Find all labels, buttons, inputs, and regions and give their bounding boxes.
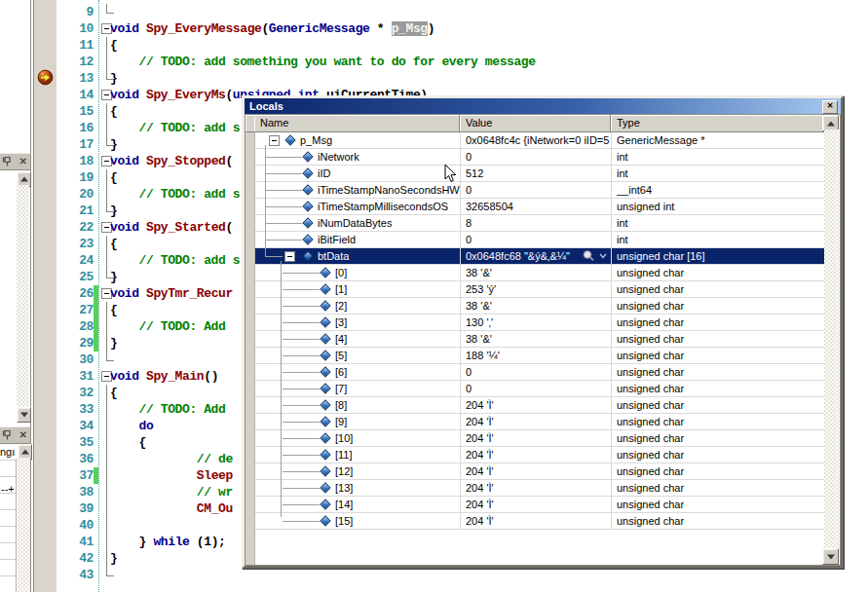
line-number: 25 [57,269,94,285]
column-header-type[interactable]: Type [611,115,824,132]
tool-panel-top-titlebar[interactable]: ✕ [0,153,30,170]
code-line-10[interactable]: 10void Spy_EveryMessage(GenericMessage *… [0,20,868,37]
fold-end-line [106,567,114,576]
panel-scrollbar-track[interactable] [18,458,30,592]
code-segment-kw: GenericMessage [269,21,370,36]
locals-row-15[interactable]: [15]204 'Ì'unsigned char [254,513,824,530]
locals-scrollbar-down-button[interactable] [822,548,839,565]
locals-row-iTimeStampNanoSecondsHW[interactable]: iTimeStampNanoSecondsHW0__int64 [254,182,824,199]
variable-icon [320,515,330,526]
locals-window[interactable]: Locals ✕ Name Value Type p_Msg0x0648fc4c… [242,95,844,569]
close-icon[interactable]: ✕ [19,428,27,441]
variable-type: unsigned char [617,430,824,446]
fold-line [106,484,107,500]
column-header-name[interactable]: Name [254,115,460,132]
code-line-12[interactable]: 12 // TODO: add something you want to do… [0,54,868,70]
locals-row-p_Msg[interactable]: p_Msg0x0648fc4c {iNetwork=0 iID=5Generic… [254,132,824,149]
locals-row-11[interactable]: [11]204 'Ì'unsigned char [254,447,824,463]
line-number: 40 [57,517,94,534]
fold-line [106,401,107,418]
variable-value: 0 [466,149,610,165]
locals-row-2[interactable]: [2]38 '&'unsigned char [254,298,824,314]
code-text: void Spy_Stopped( [110,153,233,169]
variable-name: [2] [335,298,460,314]
locals-row-14[interactable]: [14]204 'Ì'unsigned char [254,497,824,513]
current-statement-breakpoint-icon[interactable] [37,69,54,86]
fold-line [106,103,107,120]
locals-row-btData[interactable]: btData0x0648fc68 "&ý&‚&¼"unsigned char [… [254,248,824,265]
line-number: 37 [57,467,94,484]
locals-row-iBitField[interactable]: iBitField0int [254,232,824,248]
code-segment-pl: * [369,21,391,36]
column-header-value[interactable]: Value [460,115,611,132]
tree-line [265,240,302,240]
variable-name: [10] [335,430,460,446]
line-number: 27 [57,302,94,318]
panel-scrollbar-down-button[interactable] [17,407,31,423]
column-separator[interactable] [611,132,612,530]
locals-grid[interactable]: p_Msg0x0648fc4c {iNetwork=0 iID=5Generic… [245,132,824,565]
variable-type: int [617,232,824,247]
locals-row-10[interactable]: [10]204 'Ì'unsigned char [254,430,824,447]
code-segment-pl: { [110,38,117,53]
tree-line [283,322,320,323]
code-text: void Spy_Started( [110,219,233,236]
variable-type: unsigned char [617,281,824,297]
locals-row-0[interactable]: [0]38 '&'unsigned char [254,265,824,281]
locals-row-iNumDataBytes[interactable]: iNumDataBytes8int [254,215,824,232]
tree-line [283,471,320,472]
line-number: 11 [57,37,94,54]
locals-row-13[interactable]: [13]204 'Ì'unsigned char [254,480,824,497]
code-segment-pl: } [110,551,117,566]
code-segment-pl: { [110,170,117,185]
code-segment-kw: void [110,286,146,301]
tool-panel-bottom-titlebar[interactable]: ✕ [0,426,30,444]
locals-row-12[interactable]: [12]204 'Ì'unsigned char [254,463,824,480]
variable-name: [4] [335,331,460,347]
chevron-down-icon[interactable] [598,249,608,263]
variable-type: unsigned char [617,348,824,363]
variable-name: iTimeStampNanoSecondsHW [318,182,460,198]
tree-line [283,488,320,489]
locals-scrollbar-track[interactable] [824,130,839,550]
code-segment-fn: SpyTmr_Recur [146,286,233,301]
locals-row-6[interactable]: [6]0unsigned char [254,364,824,381]
locals-row-iID[interactable]: iID512int [254,166,824,182]
value-tools[interactable] [582,249,613,263]
arrow-up-icon [827,121,835,126]
locals-close-button[interactable]: ✕ [822,100,838,114]
pin-icon[interactable] [2,428,15,441]
code-line-11[interactable]: 11{ [0,37,868,54]
code-line-9[interactable]: 9 [0,4,868,20]
variable-value: 0 [466,232,610,247]
code-text: void Spy_Main() [110,368,218,385]
panel-scrollbar-track[interactable] [17,185,29,407]
variable-type: int [617,166,824,181]
column-separator[interactable] [460,132,461,530]
panel-row-line [0,575,16,576]
code-line-43[interactable]: 43 [0,567,868,583]
locals-row-7[interactable]: [7]0unsigned char [254,381,824,397]
locals-row-4[interactable]: [4]38 '&'unsigned char [254,331,824,348]
locals-row-iNetwork[interactable]: iNetwork0int [254,149,824,166]
variable-type: __int64 [617,182,824,198]
locals-titlebar[interactable]: Locals ✕ [245,98,841,114]
locals-row-3[interactable]: [3]130 '‚'unsigned char [254,314,824,331]
expand-collapse-box[interactable] [284,251,295,262]
code-line-13[interactable]: 13} [0,70,868,87]
expand-collapse-box[interactable] [269,135,280,146]
line-number: 43 [57,567,94,583]
variable-name: [8] [335,397,460,413]
locals-row-5[interactable]: [5]188 '¼'unsigned char [254,348,824,364]
tree-line [283,422,320,423]
variable-name: iTimeStampMillisecondsOS [318,199,460,214]
close-icon[interactable]: ✕ [19,155,27,167]
locals-row-iTimeStampMillisecondsOS[interactable]: iTimeStampMillisecondsOS32658504unsigned… [254,199,824,215]
pin-icon[interactable] [2,155,15,167]
locals-row-8[interactable]: [8]204 'Ì'unsigned char [254,397,824,414]
magnifier-icon[interactable] [582,249,596,263]
line-number: 41 [57,534,94,550]
locals-row-9[interactable]: [9]204 'Ì'unsigned char [254,414,824,430]
locals-row-1[interactable]: [1]253 'ý'unsigned char [254,281,824,298]
line-number: 17 [57,136,94,153]
